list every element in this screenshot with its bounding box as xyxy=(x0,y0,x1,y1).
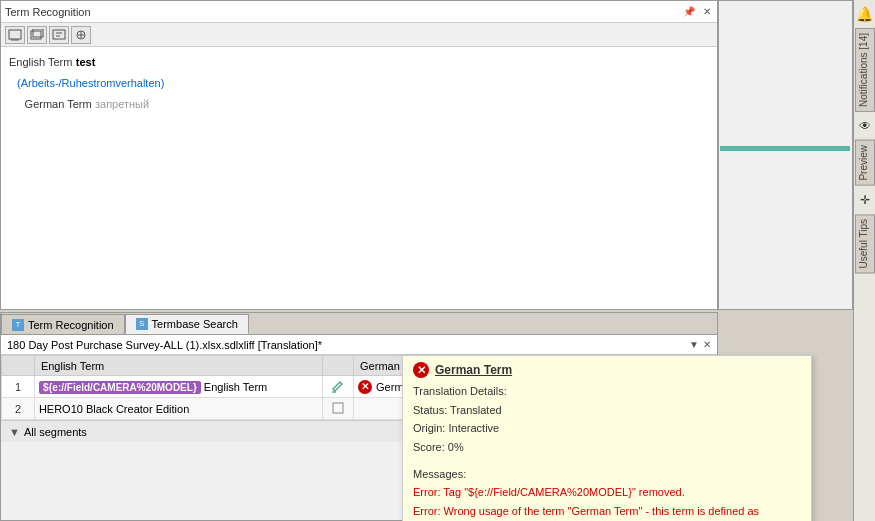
right-sidebar: 🔔 Notifications [14] 👁 Preview ✛ Useful … xyxy=(853,0,875,521)
toolbar-btn-3[interactable] xyxy=(49,26,69,44)
col-num xyxy=(2,356,35,376)
english-term-label: English Term xyxy=(9,56,72,68)
popup-error-1: Error: Tag "${e://Field/CAMERA%20MODEL}"… xyxy=(413,483,801,502)
preview-label[interactable]: Preview xyxy=(855,140,875,186)
sub-term-value: (Arbeits-/Ruhestromverhalten) xyxy=(17,77,164,89)
color-bar-teal xyxy=(720,146,850,151)
error-badge-1: ✕ xyxy=(358,380,372,394)
seg-source-text-2: HERO10 Black Creator Edition xyxy=(39,403,189,415)
popup-line-4: Score: 0% xyxy=(413,438,801,457)
top-right-panel xyxy=(718,0,853,310)
col-source: English Term xyxy=(34,356,322,376)
tab-icon-term: T xyxy=(12,319,24,331)
close-file-btn[interactable]: ✕ xyxy=(703,339,711,350)
eye-icon[interactable]: 👁 xyxy=(855,116,875,136)
toolbar xyxy=(1,23,717,47)
toolbar-btn-4[interactable] xyxy=(71,26,91,44)
seg-num-2: 2 xyxy=(2,398,35,420)
tab-label-term: Term Recognition xyxy=(28,319,114,331)
german-term-label-text: German Term xyxy=(25,98,92,110)
tab-termbase-search[interactable]: S Termbase Search xyxy=(125,314,249,334)
term-recognition-panel: Term Recognition 📌 ✕ English Term test (… xyxy=(0,0,718,310)
tab-term-recognition[interactable]: T Term Recognition xyxy=(1,314,125,334)
dropdown-btn[interactable]: ▼ xyxy=(689,339,699,350)
popup-error-icon: ✕ xyxy=(413,362,429,378)
seg-num-1: 1 xyxy=(2,376,35,398)
popup-line-1: Translation Details: xyxy=(413,382,801,401)
toolbar-btn-2[interactable] xyxy=(27,26,47,44)
bell-icon[interactable]: 🔔 xyxy=(855,2,875,26)
file-controls: ▼ ✕ xyxy=(689,339,711,350)
file-bar: 180 Day Post Purchase Survey-ALL (1).xls… xyxy=(1,335,717,355)
english-term-row: English Term test xyxy=(9,53,709,72)
popup-header: ✕ German Term xyxy=(413,362,801,378)
close-icon[interactable]: ✕ xyxy=(701,5,713,18)
term-content-area: English Term test (Arbeits-/Ruhestromver… xyxy=(1,47,717,309)
seg-source-text-1: English Term xyxy=(204,381,267,393)
popup-messages-label: Messages: xyxy=(413,465,801,484)
tab-label-search: Termbase Search xyxy=(152,318,238,330)
popup-error-2: Error: Wrong usage of the term "German T… xyxy=(413,502,801,521)
seg-edit-1[interactable] xyxy=(322,376,354,398)
toolbar-btn-1[interactable] xyxy=(5,26,25,44)
german-term-label xyxy=(9,98,21,110)
seg-source-1: ${e://Field/CAMERA%20MODEL} English Term xyxy=(34,376,322,398)
svg-rect-4 xyxy=(53,30,65,39)
cross-icon[interactable]: ✛ xyxy=(855,190,875,210)
english-term-value: test xyxy=(76,56,96,68)
panel-titlebar: Term Recognition 📌 ✕ xyxy=(1,1,717,23)
popup-line-2: Status: Translated xyxy=(413,401,801,420)
col-edit xyxy=(322,356,354,376)
svg-rect-0 xyxy=(9,30,21,39)
notifications-label[interactable]: Notifications [14] xyxy=(855,28,875,112)
seg-tag-1: ${e://Field/CAMERA%20MODEL} xyxy=(39,381,201,394)
panel-title: Term Recognition xyxy=(5,6,91,18)
translation-popup: ✕ German Term Translation Details: Statu… xyxy=(402,355,812,521)
file-name: 180 Day Post Purchase Survey-ALL (1).xls… xyxy=(7,339,322,351)
filter-label[interactable]: All segments xyxy=(24,426,87,438)
german-term-value: запретный xyxy=(95,98,149,110)
german-term-row: German Term запретный xyxy=(9,95,709,114)
sub-term-row: (Arbeits-/Ruhestromverhalten) xyxy=(9,74,709,93)
seg-edit-2[interactable] xyxy=(322,398,354,420)
titlebar-controls: 📌 ✕ xyxy=(681,5,713,18)
tab-icon-search: S xyxy=(136,318,148,330)
popup-title: German Term xyxy=(435,363,512,377)
seg-source-2: HERO10 Black Creator Edition xyxy=(34,398,322,420)
useful-tips-label[interactable]: Useful Tips xyxy=(855,214,875,273)
pin-icon[interactable]: 📌 xyxy=(681,5,697,18)
filter-icon: ▼ xyxy=(9,426,20,438)
tab-bar: T Term Recognition S Termbase Search xyxy=(1,313,717,335)
popup-gap xyxy=(413,457,801,465)
popup-line-3: Origin: Interactive xyxy=(413,419,801,438)
svg-rect-11 xyxy=(333,403,343,413)
